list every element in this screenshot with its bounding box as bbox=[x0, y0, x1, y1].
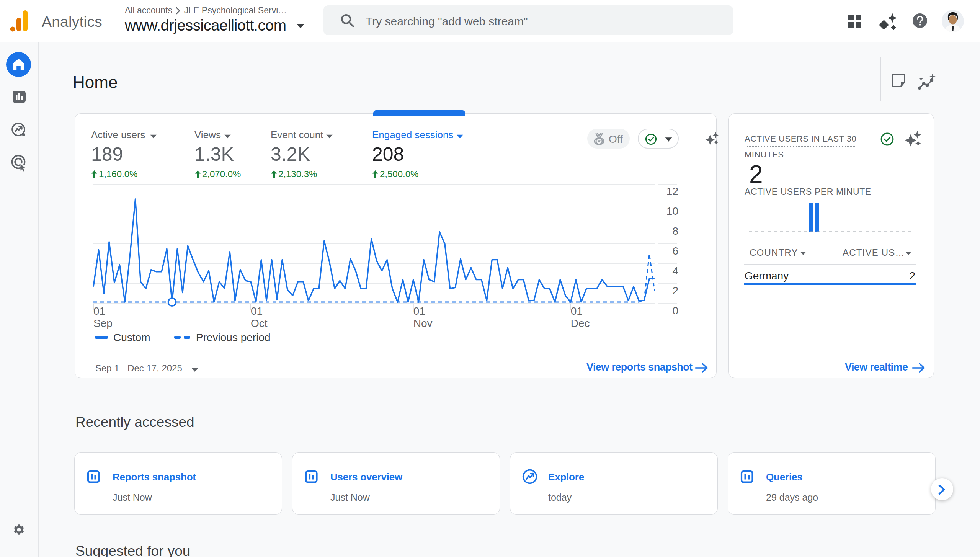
svg-text:Oct: Oct bbox=[251, 317, 268, 329]
svg-text:2: 2 bbox=[672, 285, 678, 297]
svg-text:01: 01 bbox=[413, 305, 425, 317]
svg-text:01: 01 bbox=[571, 305, 583, 317]
svg-text:Nov: Nov bbox=[413, 317, 433, 329]
svg-text:01: 01 bbox=[251, 305, 263, 317]
svg-text:8: 8 bbox=[672, 225, 678, 237]
svg-text:0: 0 bbox=[672, 305, 678, 317]
svg-text:01: 01 bbox=[93, 305, 105, 317]
svg-text:12: 12 bbox=[666, 185, 678, 197]
svg-text:4: 4 bbox=[672, 265, 678, 277]
svg-text:6: 6 bbox=[672, 245, 678, 257]
svg-text:10: 10 bbox=[666, 205, 678, 217]
svg-text:Sep: Sep bbox=[93, 317, 113, 329]
svg-text:Dec: Dec bbox=[571, 317, 590, 329]
